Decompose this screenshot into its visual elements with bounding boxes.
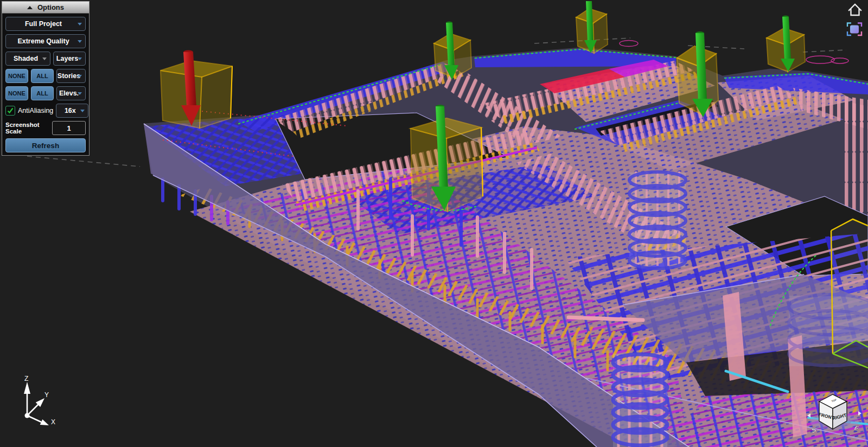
elevations-none-button[interactable]: NONE (5, 86, 28, 100)
home-icon (849, 4, 861, 15)
panel-title: Options (37, 3, 64, 11)
refresh-button[interactable]: Refresh (5, 138, 86, 152)
chevron-down-icon (42, 58, 47, 60)
viewport-3d[interactable] (0, 0, 868, 447)
stories-none-button[interactable]: NONE (5, 69, 28, 83)
dropdown-value: 16x (65, 107, 80, 114)
axis-y-label: Y (44, 391, 49, 399)
collapse-panel-icon[interactable] (27, 6, 33, 9)
display-mode-dropdown[interactable]: Shaded (5, 52, 50, 66)
orbit-right-arrow-icon[interactable] (858, 411, 861, 416)
stories-all-button[interactable]: ALL (31, 69, 54, 83)
options-panel: Options Full Project Extreme Quality Sha… (2, 1, 90, 156)
elevations-all-button[interactable]: ALL (31, 86, 54, 100)
antialiasing-checkbox[interactable] (5, 106, 15, 116)
antialiasing-label: AntiAliasing (18, 107, 53, 114)
chevron-down-icon (78, 75, 82, 78)
spiral-column-mid[interactable] (629, 171, 686, 269)
spiral-column-bottom[interactable] (613, 354, 667, 447)
axis-z-label: Z (24, 375, 28, 382)
button-label: NONE (8, 73, 25, 79)
button-label: ALL (36, 73, 48, 79)
chevron-down-icon (78, 40, 82, 43)
layers-dropdown[interactable]: Layers (53, 52, 86, 66)
project-scope-dropdown[interactable]: Full Project (5, 17, 86, 31)
home-button[interactable] (847, 2, 863, 17)
button-label: NONE (8, 90, 25, 97)
selection-mode-button[interactable] (845, 21, 864, 37)
app-window: { "options_panel": { "title": "Options",… (0, 0, 868, 447)
chevron-down-icon (78, 92, 82, 95)
options-panel-header[interactable]: Options (2, 2, 89, 14)
axis-x-label: X (51, 418, 55, 426)
elevations-dropdown[interactable]: Elevs. (56, 86, 86, 100)
dropdown-value: Shaded (14, 55, 42, 62)
chevron-down-icon (78, 23, 82, 25)
screenshot-scale-input[interactable] (52, 121, 86, 135)
antialiasing-level-dropdown[interactable]: 16x (56, 104, 88, 118)
stories-dropdown[interactable]: Stories (56, 69, 86, 83)
screenshot-scale-label: Screenshot Scale (5, 122, 49, 135)
button-label: ALL (36, 90, 48, 97)
checkbox-check-icon (7, 107, 14, 114)
dropdown-value: Extreme Quality (17, 37, 73, 45)
selection-box-icon (847, 23, 861, 36)
orbit-left-arrow-icon[interactable] (807, 413, 810, 418)
quality-dropdown[interactable]: Extreme Quality (5, 34, 86, 48)
view-cube[interactable]: FRONT RIGHT TOP S E (802, 385, 867, 445)
chevron-down-icon (80, 110, 85, 112)
axis-gizmo: Z Y X (10, 375, 69, 435)
chevron-down-icon (78, 58, 82, 60)
dropdown-value: Full Project (25, 20, 66, 28)
